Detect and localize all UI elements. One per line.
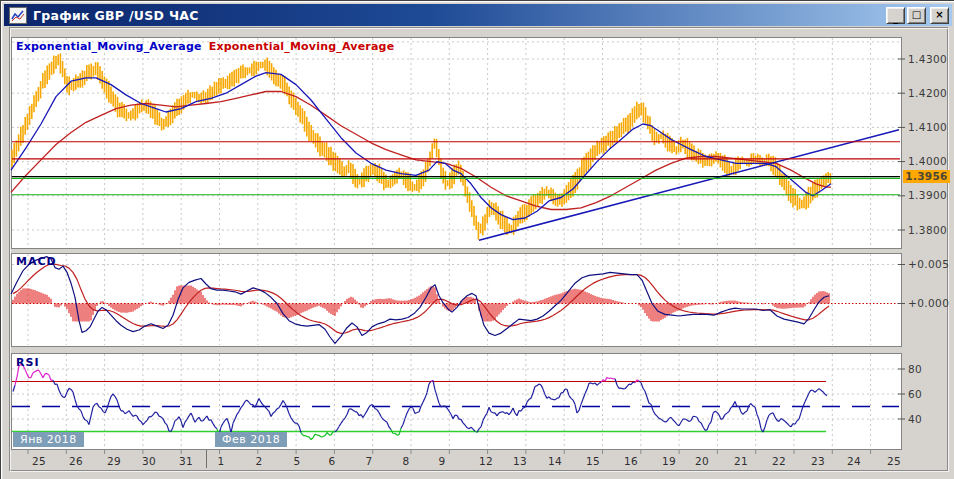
rsi-axis-label: 80	[908, 363, 922, 375]
day-axis-label: 23	[804, 455, 832, 467]
rsi-panel	[12, 354, 902, 450]
day-axis-label: 30	[135, 455, 163, 467]
day-axis-label: 16	[617, 455, 645, 467]
price-axis-label: 1.4000	[908, 155, 947, 167]
day-axis-label: 25	[880, 455, 908, 467]
day-axis-label: 5	[283, 455, 311, 467]
plot-area[interactable]	[12, 354, 902, 450]
chart-canvas[interactable]	[1, 1, 954, 479]
price-axis-label: 1.4200	[908, 87, 947, 99]
legend-ema-fast[interactable]: Exponential_Moving_Average	[16, 40, 202, 53]
main-price-panel	[12, 38, 902, 249]
price-axis-label: 1.4100	[908, 121, 947, 133]
rsi-panel-label: RSI	[16, 356, 40, 369]
price-axis-label: 1.3900	[908, 189, 947, 201]
plot-area[interactable]	[12, 38, 902, 249]
day-axis-label: 26	[62, 455, 90, 467]
day-axis-label: 13	[506, 455, 534, 467]
day-axis-label: 2	[245, 455, 273, 467]
month-label-jan: Янв 2018	[13, 432, 84, 447]
day-axis-label: 1	[207, 455, 235, 467]
macd-axis-label: +0.000	[908, 297, 949, 309]
day-axis-label: 24	[840, 455, 868, 467]
day-axis-label: 21	[727, 455, 755, 467]
day-axis-label: 20	[688, 455, 716, 467]
month-label-feb: Фев 2018	[215, 432, 287, 447]
day-axis-label: 12	[472, 455, 500, 467]
price-axis-label: 1.4300	[908, 53, 947, 65]
day-axis-label: 22	[765, 455, 793, 467]
current-price-badge: 1.3956	[903, 170, 950, 183]
rsi-axis-label: 40	[908, 413, 922, 425]
rsi-axis-label: 60	[908, 388, 922, 400]
macd-panel-label: MACD	[16, 255, 57, 268]
day-axis-label: 7	[355, 455, 383, 467]
plot-area[interactable]	[12, 254, 902, 347]
day-axis-label: 15	[579, 455, 607, 467]
macd-axis-label: +0.005	[908, 258, 949, 270]
day-axis-label: 14	[541, 455, 569, 467]
day-axis-label: 19	[655, 455, 683, 467]
indicator-legend: Exponential_Moving_AverageExponential_Mo…	[16, 40, 394, 53]
macd-panel	[12, 254, 902, 347]
day-axis-label: 25	[25, 455, 53, 467]
day-axis-label: 8	[392, 455, 420, 467]
chart-window: График GBP /USD ЧАС _ □ × Exponential_Mo…	[0, 0, 954, 479]
day-axis-label: 9	[428, 455, 456, 467]
price-axis-label: 1.3800	[908, 224, 947, 236]
legend-ema-slow[interactable]: Exponential_Moving_Average	[209, 40, 395, 53]
day-axis-label: 31	[172, 455, 200, 467]
day-axis-label: 29	[100, 455, 128, 467]
day-axis-label: 6	[318, 455, 346, 467]
